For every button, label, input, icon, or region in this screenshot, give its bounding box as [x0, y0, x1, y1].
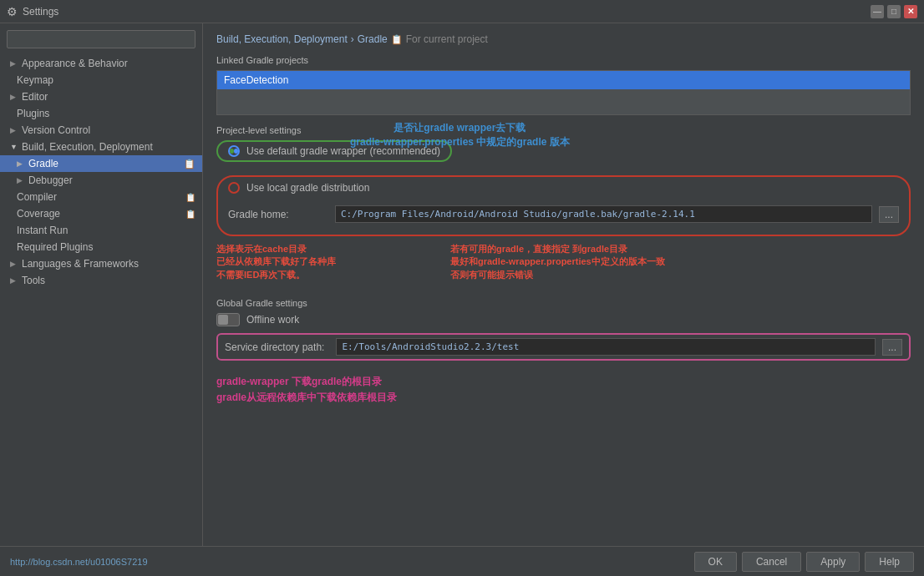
- sidebar-item-required-plugins[interactable]: Required Plugins: [0, 239, 202, 255]
- sidebar-item-build[interactable]: ▼ Build, Execution, Deployment: [0, 139, 202, 155]
- app-icon: ⚙: [7, 5, 18, 18]
- sidebar-item-appearance[interactable]: ▶ Appearance & Behavior: [0, 55, 202, 72]
- sidebar-item-label: Build, Execution, Deployment: [22, 141, 153, 153]
- breadcrumb-current: Gradle: [358, 33, 388, 45]
- offline-work-label: Offline work: [246, 314, 299, 326]
- minimize-button[interactable]: —: [871, 5, 884, 18]
- annotation-top: 是否让gradle wrapper去下载 gradle-wrapper.prop…: [350, 121, 570, 149]
- sidebar-item-label: Debugger: [28, 174, 73, 186]
- sidebar-item-label: Editor: [22, 91, 48, 103]
- sidebar-item-label: Compiler: [17, 191, 57, 203]
- breadcrumb: Build, Execution, Deployment › Gradle 📋 …: [216, 33, 911, 45]
- sidebar-item-label: Plugins: [17, 108, 49, 119]
- cancel-button[interactable]: Cancel: [742, 552, 801, 572]
- sidebar-item-label: Keymap: [17, 74, 53, 86]
- expand-arrow-gradle: ▶: [17, 159, 25, 168]
- gradle-home-browse-button[interactable]: ...: [879, 206, 899, 223]
- sidebar-item-label: Appearance & Behavior: [22, 58, 128, 69]
- annotation-bottom: gradle-wrapper 下载gradle的根目录 gradle从远程依赖库…: [216, 374, 911, 406]
- service-dir-browse-button[interactable]: ...: [882, 339, 902, 356]
- close-button[interactable]: ✕: [904, 5, 917, 18]
- project-list: FaceDetection: [216, 70, 911, 115]
- content-area: Build, Execution, Deployment › Gradle 📋 …: [203, 23, 924, 546]
- gradle-home-input[interactable]: [335, 205, 872, 223]
- gradle-settings-icon: 📋: [184, 159, 195, 169]
- watermark: http://blog.csdn.net/u01006S7219: [10, 557, 148, 567]
- linked-projects-label: Linked Gradle projects: [216, 55, 911, 65]
- expand-arrow-vc: ▶: [10, 126, 18, 134]
- sidebar-item-debugger[interactable]: ▶ Debugger: [0, 172, 202, 189]
- expand-arrow-tools: ▶: [10, 276, 18, 285]
- sidebar-item-label: Version Control: [22, 124, 90, 136]
- bottom-bar: http://blog.csdn.net/u01006S7219 OK Canc…: [0, 546, 924, 576]
- compiler-icon: 📋: [185, 193, 195, 202]
- local-distribution-radio[interactable]: [228, 182, 240, 194]
- expand-arrow-editor: ▶: [10, 93, 18, 101]
- expand-arrow-build: ▼: [10, 143, 18, 151]
- service-dir-label: Service directory path:: [225, 341, 324, 353]
- ok-button[interactable]: OK: [694, 552, 737, 572]
- sidebar: ▶ Appearance & Behavior Keymap ▶ Editor …: [0, 23, 203, 546]
- expand-arrow-debugger: ▶: [17, 176, 25, 184]
- sidebar-item-coverage[interactable]: Coverage 📋: [0, 205, 202, 222]
- title-bar-left: ⚙ Settings: [7, 5, 58, 18]
- sidebar-item-label: Tools: [22, 275, 45, 286]
- project-item[interactable]: FaceDetection: [217, 71, 910, 89]
- annotation-right: 若有可用的gradle，直接指定 到gradle目录 最好和gradle-wra…: [450, 243, 665, 281]
- sidebar-item-label: Instant Run: [17, 225, 68, 236]
- sidebar-item-tools[interactable]: ▶ Tools: [0, 272, 202, 289]
- local-distribution-label: Use local gradle distribution: [246, 182, 369, 194]
- offline-work-row: Offline work: [216, 313, 911, 326]
- default-wrapper-radio[interactable]: [228, 145, 240, 157]
- global-settings-section: Global Gradle settings Offline work Serv…: [216, 298, 911, 361]
- global-settings-label: Global Gradle settings: [216, 298, 911, 308]
- service-dir-input[interactable]: [336, 338, 876, 356]
- maximize-button[interactable]: □: [887, 5, 901, 18]
- apply-button[interactable]: Apply: [806, 552, 860, 572]
- sidebar-item-label: Required Plugins: [17, 241, 93, 253]
- title-bar: ⚙ Settings — □ ✕: [0, 0, 924, 23]
- offline-work-checkbox[interactable]: [216, 313, 240, 326]
- gradle-home-row: Gradle home: ...: [228, 205, 899, 223]
- sidebar-item-label: Languages & Frameworks: [22, 258, 139, 270]
- sidebar-item-editor[interactable]: ▶ Editor: [0, 88, 202, 105]
- sidebar-item-label: Coverage: [17, 208, 60, 220]
- expand-arrow-appearance: ▶: [10, 59, 18, 68]
- action-buttons: OK Cancel Apply Help: [694, 552, 914, 572]
- main-layout: ▶ Appearance & Behavior Keymap ▶ Editor …: [0, 23, 924, 546]
- annotations-area: 选择表示在cache目录 已经从依赖库下载好了各种库 不需要IED再次下载。 若…: [216, 243, 911, 293]
- sidebar-item-keymap[interactable]: Keymap: [0, 72, 202, 88]
- help-button[interactable]: Help: [865, 552, 914, 572]
- sidebar-item-plugins[interactable]: Plugins: [0, 105, 202, 122]
- breadcrumb-separator: ›: [351, 33, 354, 45]
- breadcrumb-suffix: For current project: [406, 33, 488, 45]
- coverage-icon: 📋: [185, 210, 195, 219]
- sidebar-item-gradle[interactable]: ▶ Gradle 📋: [0, 155, 202, 172]
- sidebar-item-label: Gradle: [28, 158, 58, 169]
- breadcrumb-path: Build, Execution, Deployment: [216, 33, 348, 45]
- sidebar-item-languages[interactable]: ▶ Languages & Frameworks: [0, 255, 202, 272]
- search-input[interactable]: [7, 30, 195, 48]
- local-distribution-box[interactable]: Use local gradle distribution Gradle hom…: [216, 175, 911, 236]
- breadcrumb-icon: 📋: [391, 34, 403, 45]
- sidebar-item-version-control[interactable]: ▶ Version Control: [0, 122, 202, 139]
- service-directory-box: Service directory path: ...: [216, 333, 911, 361]
- sidebar-item-instant-run[interactable]: Instant Run: [0, 222, 202, 239]
- expand-arrow-languages: ▶: [10, 260, 18, 268]
- window-controls: — □ ✕: [871, 5, 917, 18]
- sidebar-item-compiler[interactable]: Compiler 📋: [0, 189, 202, 205]
- gradle-home-label: Gradle home:: [228, 209, 328, 220]
- local-distribution-option: Use local gradle distribution Gradle hom…: [216, 175, 911, 236]
- annotation-left: 选择表示在cache目录 已经从依赖库下载好了各种库 不需要IED再次下载。: [216, 243, 336, 281]
- window-title: Settings: [23, 6, 58, 18]
